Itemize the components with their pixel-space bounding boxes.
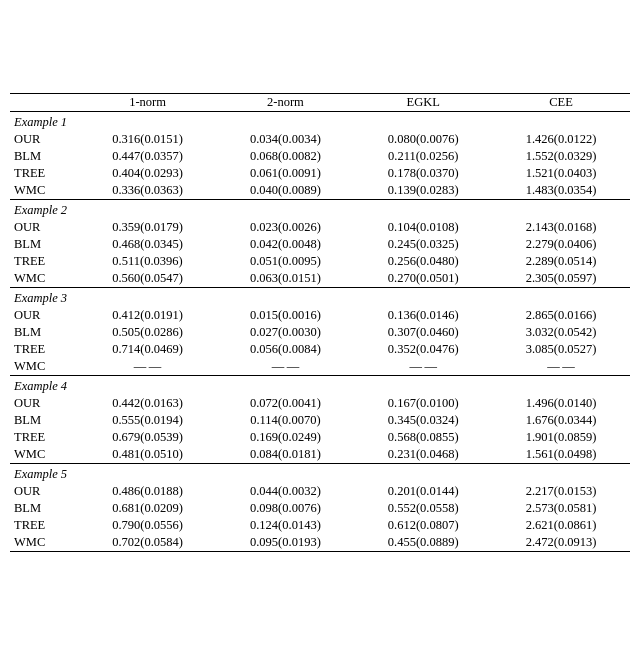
col-header-cee: CEE [492, 94, 630, 112]
val-cee: 3.032(0.0542) [492, 324, 630, 341]
val-egkl: 0.136(0.0146) [354, 307, 492, 324]
table-row: TREE0.790(0.0556)0.124(0.0143)0.612(0.08… [10, 517, 630, 534]
val-cee: 2.279(0.0406) [492, 236, 630, 253]
row-label: BLM [10, 324, 79, 341]
table-row: BLM0.505(0.0286)0.027(0.0030)0.307(0.046… [10, 324, 630, 341]
table-row: OUR0.359(0.0179)0.023(0.0026)0.104(0.010… [10, 219, 630, 236]
val-egkl: 0.201(0.0144) [354, 483, 492, 500]
val-1norm: 0.790(0.0556) [79, 517, 217, 534]
row-label: WMC [10, 182, 79, 200]
val-cee: 1.426(0.0122) [492, 131, 630, 148]
val-2norm: 0.051(0.0095) [216, 253, 354, 270]
val-1norm: 0.714(0.0469) [79, 341, 217, 358]
val-egkl: 0.568(0.0855) [354, 429, 492, 446]
table-row: TREE0.404(0.0293)0.061(0.0091)0.178(0.03… [10, 165, 630, 182]
col-header-1norm: 1-norm [79, 94, 217, 112]
val-egkl: 0.352(0.0476) [354, 341, 492, 358]
row-label: WMC [10, 534, 79, 552]
val-egkl: 0.104(0.0108) [354, 219, 492, 236]
val-1norm: — — [79, 358, 217, 376]
val-2norm: 0.040(0.0089) [216, 182, 354, 200]
val-2norm: 0.098(0.0076) [216, 500, 354, 517]
row-label: OUR [10, 307, 79, 324]
section-header-1: Example 1 [10, 112, 630, 132]
val-2norm: 0.056(0.0084) [216, 341, 354, 358]
val-cee: — — [492, 358, 630, 376]
val-cee: 2.865(0.0166) [492, 307, 630, 324]
val-1norm: 0.442(0.0163) [79, 395, 217, 412]
val-cee: 2.289(0.0514) [492, 253, 630, 270]
val-1norm: 0.468(0.0345) [79, 236, 217, 253]
table-row: WMC— —— —— —— — [10, 358, 630, 376]
col-header-2norm: 2-norm [216, 94, 354, 112]
section-header-5: Example 5 [10, 464, 630, 484]
section-header-2: Example 2 [10, 200, 630, 220]
val-cee: 2.573(0.0581) [492, 500, 630, 517]
val-1norm: 0.702(0.0584) [79, 534, 217, 552]
val-2norm: 0.015(0.0016) [216, 307, 354, 324]
val-egkl: 0.245(0.0325) [354, 236, 492, 253]
table-row: TREE0.511(0.0396)0.051(0.0095)0.256(0.04… [10, 253, 630, 270]
table-row: WMC0.336(0.0363)0.040(0.0089)0.139(0.028… [10, 182, 630, 200]
val-2norm: 0.169(0.0249) [216, 429, 354, 446]
val-2norm: 0.042(0.0048) [216, 236, 354, 253]
val-2norm: 0.072(0.0041) [216, 395, 354, 412]
val-2norm: 0.061(0.0091) [216, 165, 354, 182]
col-header-egkl: EGKL [354, 94, 492, 112]
val-cee: 1.901(0.0859) [492, 429, 630, 446]
val-1norm: 0.679(0.0539) [79, 429, 217, 446]
row-label: BLM [10, 148, 79, 165]
row-label: TREE [10, 165, 79, 182]
row-label: BLM [10, 412, 79, 429]
row-label: WMC [10, 446, 79, 464]
section-title-5: Example 5 [10, 464, 630, 484]
val-cee: 1.561(0.0498) [492, 446, 630, 464]
val-egkl: — — [354, 358, 492, 376]
row-label: WMC [10, 270, 79, 288]
val-1norm: 0.505(0.0286) [79, 324, 217, 341]
val-egkl: 0.178(0.0370) [354, 165, 492, 182]
val-1norm: 0.412(0.0191) [79, 307, 217, 324]
val-2norm: 0.063(0.0151) [216, 270, 354, 288]
row-label: WMC [10, 358, 79, 376]
results-table: 1-norm 2-norm EGKL CEE Example 1OUR0.316… [10, 93, 630, 552]
val-egkl: 0.231(0.0468) [354, 446, 492, 464]
table-row: OUR0.316(0.0151)0.034(0.0034)0.080(0.007… [10, 131, 630, 148]
section-header-4: Example 4 [10, 376, 630, 396]
table-row: OUR0.412(0.0191)0.015(0.0016)0.136(0.014… [10, 307, 630, 324]
table-row: TREE0.679(0.0539)0.169(0.0249)0.568(0.08… [10, 429, 630, 446]
val-egkl: 0.080(0.0076) [354, 131, 492, 148]
val-2norm: 0.034(0.0034) [216, 131, 354, 148]
val-2norm: 0.084(0.0181) [216, 446, 354, 464]
val-cee: 1.521(0.0403) [492, 165, 630, 182]
val-1norm: 0.447(0.0357) [79, 148, 217, 165]
val-egkl: 0.307(0.0460) [354, 324, 492, 341]
section-title-3: Example 3 [10, 288, 630, 308]
val-2norm: 0.124(0.0143) [216, 517, 354, 534]
section-title-2: Example 2 [10, 200, 630, 220]
val-cee: 2.621(0.0861) [492, 517, 630, 534]
table-row: WMC0.481(0.0510)0.084(0.0181)0.231(0.046… [10, 446, 630, 464]
val-egkl: 0.211(0.0256) [354, 148, 492, 165]
table-row: TREE0.714(0.0469)0.056(0.0084)0.352(0.04… [10, 341, 630, 358]
table-row: OUR0.442(0.0163)0.072(0.0041)0.167(0.010… [10, 395, 630, 412]
val-cee: 1.496(0.0140) [492, 395, 630, 412]
val-2norm: 0.095(0.0193) [216, 534, 354, 552]
val-2norm: 0.068(0.0082) [216, 148, 354, 165]
table-row: BLM0.681(0.0209)0.098(0.0076)0.552(0.055… [10, 500, 630, 517]
header-row: 1-norm 2-norm EGKL CEE [10, 94, 630, 112]
val-1norm: 0.560(0.0547) [79, 270, 217, 288]
val-2norm: 0.023(0.0026) [216, 219, 354, 236]
val-1norm: 0.404(0.0293) [79, 165, 217, 182]
section-title-1: Example 1 [10, 112, 630, 132]
table-row: BLM0.555(0.0194)0.114(0.0070)0.345(0.032… [10, 412, 630, 429]
table-row: BLM0.447(0.0357)0.068(0.0082)0.211(0.025… [10, 148, 630, 165]
row-label: BLM [10, 500, 79, 517]
val-1norm: 0.486(0.0188) [79, 483, 217, 500]
table-row: WMC0.702(0.0584)0.095(0.0193)0.455(0.088… [10, 534, 630, 552]
val-egkl: 0.270(0.0501) [354, 270, 492, 288]
val-1norm: 0.681(0.0209) [79, 500, 217, 517]
val-cee: 1.483(0.0354) [492, 182, 630, 200]
val-cee: 2.305(0.0597) [492, 270, 630, 288]
val-egkl: 0.139(0.0283) [354, 182, 492, 200]
